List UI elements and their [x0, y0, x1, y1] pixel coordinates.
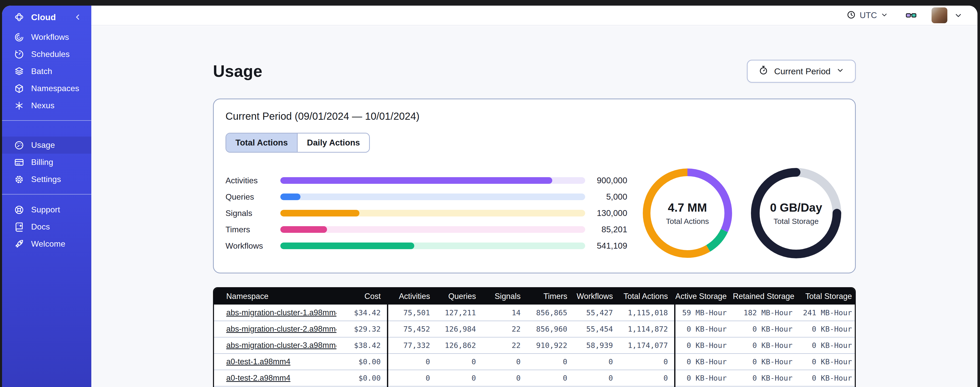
value-cell: 127,211: [436, 305, 482, 321]
value-cell: 0: [573, 353, 619, 370]
value-cell: 0: [482, 370, 527, 386]
bar-row: Timers85,201: [226, 221, 627, 238]
value-cell: 0: [573, 370, 619, 386]
value-cell: $0.00: [336, 353, 387, 370]
collapse-sidebar-icon[interactable]: [73, 13, 82, 21]
value-cell: 59 MB-Hour: [675, 305, 733, 321]
sidebar-item-billing[interactable]: Billing: [2, 154, 91, 171]
value-cell: 856,960: [527, 321, 573, 337]
column-header: Retained Storage: [733, 288, 799, 305]
total-storage-caption: Total Storage: [774, 217, 819, 225]
tab-total-actions[interactable]: Total Actions: [226, 134, 298, 152]
namespace-cell: abs-migration-cluster-1.a98mm4: [214, 305, 336, 321]
bar-value: 900,000: [585, 176, 627, 186]
value-cell: 1,174,077: [619, 337, 675, 353]
value-cell: 0 KB-Hour: [675, 353, 733, 370]
bar-value: 541,109: [585, 241, 627, 251]
workflows-icon: [14, 32, 24, 43]
avatar[interactable]: [932, 7, 947, 23]
column-header: Cost: [336, 288, 387, 305]
bar-track: [280, 243, 585, 249]
sidebar-item-usage[interactable]: Usage: [2, 137, 91, 154]
bar-fill: [280, 194, 301, 200]
sidebar-brand[interactable]: Cloud: [2, 6, 91, 29]
sidebar-nav-main: Workflows Schedules Batch: [2, 29, 91, 114]
sidebar-item-welcome[interactable]: Welcome: [2, 235, 91, 253]
value-cell: 14: [482, 305, 527, 321]
bar-label: Queries: [226, 192, 280, 201]
sidebar-item-docs[interactable]: Docs: [2, 218, 91, 235]
value-cell: 0: [527, 353, 573, 370]
value-cell: $38.42: [336, 337, 387, 353]
namespace-link[interactable]: abs-migration-cluster-3.a98mm4: [226, 341, 336, 350]
column-header: Workflows: [573, 288, 619, 305]
column-header: Signals: [482, 288, 527, 305]
value-cell: 0 KB-Hour: [799, 353, 856, 370]
value-cell: 0: [527, 370, 573, 386]
sidebar-item-nexus[interactable]: Nexus: [2, 97, 91, 114]
namespace-link[interactable]: a0-test-2.a98mm4: [226, 373, 291, 382]
namespace-link[interactable]: abs-migration-cluster-2.a98mm4: [226, 325, 336, 333]
value-cell: 0: [387, 353, 436, 370]
value-cell: 0: [387, 370, 436, 386]
sidebar-item-label: Usage: [31, 141, 55, 150]
tab-daily-actions[interactable]: Daily Actions: [298, 134, 369, 152]
bar-value: 130,000: [585, 208, 627, 218]
bar-value: 85,201: [585, 225, 627, 234]
total-actions-caption: Total Actions: [666, 217, 709, 225]
value-cell: 77,332: [387, 337, 436, 353]
sidebar-item-namespaces[interactable]: Namespaces: [2, 80, 91, 97]
value-cell: 22: [482, 337, 527, 353]
brand-label: Cloud: [31, 12, 56, 22]
sidebar-item-label: Namespaces: [31, 84, 80, 93]
sidebar-item-batch[interactable]: Batch: [2, 63, 91, 80]
value-cell: 75,501: [387, 305, 436, 321]
bar-label: Timers: [226, 225, 280, 234]
value-cell: 0: [436, 370, 482, 386]
sidebar-item-workflows[interactable]: Workflows: [2, 29, 91, 46]
namespace-cell: abs-migration-cluster-3.a98mm4: [214, 337, 336, 353]
value-cell: 126,862: [436, 337, 482, 353]
bar-fill: [280, 210, 360, 216]
table-row: abs-migration-cluster-3.a98mm4$38.4277,3…: [214, 337, 856, 353]
account-chevron-down-icon[interactable]: [954, 11, 963, 20]
period-button-label: Current Period: [774, 66, 830, 76]
timezone-selector[interactable]: UTC: [846, 10, 888, 21]
value-cell: 1,115,018: [619, 305, 675, 321]
card-title: Current Period (09/01/2024 — 10/01/2024): [226, 110, 843, 122]
namespaces-icon: [14, 83, 24, 94]
period-selector-button[interactable]: Current Period: [747, 60, 856, 83]
chevron-down-icon: [836, 66, 844, 76]
value-cell: 0: [619, 353, 675, 370]
sidebar-divider: [2, 120, 91, 121]
value-cell: 910,922: [527, 337, 573, 353]
value-cell: 0 KB-Hour: [799, 321, 856, 337]
actions-bar-chart: Activities900,000Queries5,000Signals130,…: [226, 172, 627, 254]
value-cell: 0: [619, 370, 675, 386]
table-row: a0-test-1.a98mm4$0.000000000 KB-Hour0 KB…: [214, 353, 856, 370]
value-cell: $34.42: [336, 305, 387, 321]
main-content: Usage Current Period Current Period (09/…: [91, 26, 977, 387]
temporal-logo-icon: [14, 12, 24, 22]
sidebar-item-schedules[interactable]: Schedules: [2, 46, 91, 63]
sidebar-item-settings[interactable]: Settings: [2, 171, 91, 188]
bar-label: Signals: [226, 209, 280, 218]
bar-row: Queries5,000: [226, 189, 627, 205]
value-cell: 0 KB-Hour: [733, 353, 799, 370]
bar-track: [280, 177, 585, 184]
column-header: Timers: [527, 288, 573, 305]
sidebar-divider: [2, 194, 91, 195]
sidebar-item-support[interactable]: Support: [2, 201, 91, 218]
bar-label: Workflows: [226, 241, 280, 251]
chevron-down-icon: [881, 11, 888, 20]
value-cell: 0 KB-Hour: [675, 321, 733, 337]
namespace-link[interactable]: abs-migration-cluster-1.a98mm4: [226, 308, 336, 317]
sidebar-item-label: Settings: [31, 174, 61, 184]
sidebar-nav-footer: Support Docs Welcome: [2, 201, 91, 253]
column-header: Total Actions: [619, 288, 675, 305]
value-cell: $0.00: [336, 370, 387, 386]
namespace-cell: a0-test-2.a98mm4: [214, 370, 336, 386]
batch-icon: [14, 66, 24, 77]
namespace-link[interactable]: a0-test-1.a98mm4: [226, 357, 291, 366]
glasses-icon[interactable]: [905, 9, 917, 21]
